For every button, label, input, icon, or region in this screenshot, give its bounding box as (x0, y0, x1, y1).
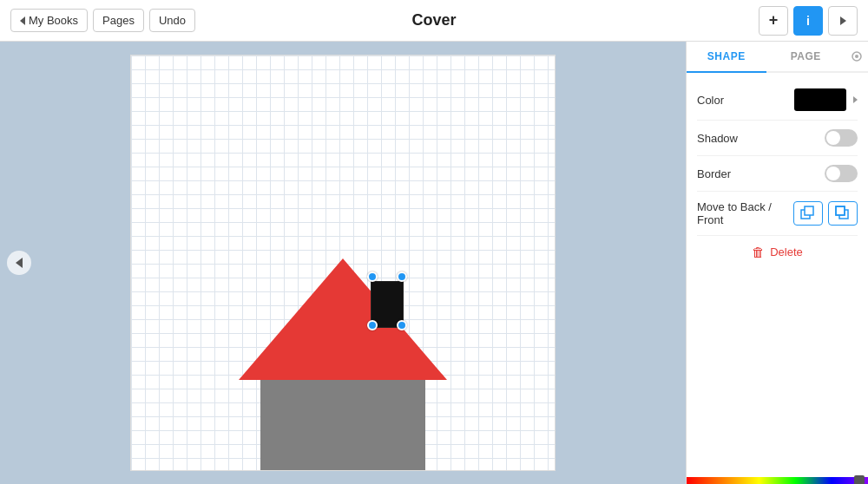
tab-page[interactable]: PAGE (766, 42, 846, 71)
page-title: Cover (411, 11, 456, 29)
info-icon: i (806, 14, 810, 28)
svg-point-2 (855, 55, 858, 58)
main-area: SHAPE PAGE Color Shadow (0, 42, 868, 484)
shadow-label: Shadow (697, 132, 738, 145)
panel-properties: Color Shadow Border Move to Back / Front (687, 73, 868, 477)
move-front-icon (835, 206, 851, 221)
pages-button[interactable]: Pages (93, 9, 144, 32)
selection-handle-tr[interactable] (397, 271, 407, 282)
svg-marker-0 (239, 258, 447, 380)
right-panel: SHAPE PAGE Color Shadow (686, 42, 868, 484)
color-spectrum-bar[interactable] (687, 477, 868, 484)
border-toggle[interactable] (825, 165, 858, 182)
panel-tabs: SHAPE PAGE (687, 42, 868, 73)
topbar-right-controls: + i (759, 6, 858, 36)
shadow-toggle[interactable] (825, 129, 858, 147)
svg-rect-6 (836, 206, 845, 215)
color-swatch[interactable] (794, 88, 846, 111)
my-books-label: My Books (29, 14, 78, 27)
color-arrow-icon (853, 96, 858, 103)
svg-rect-4 (805, 206, 813, 215)
pin-icon (851, 50, 863, 62)
arrow-right-icon (840, 16, 846, 25)
move-to-front-button[interactable] (828, 201, 858, 226)
move-label: Move to Back / Front (697, 200, 793, 226)
topbar: My Books Pages Undo Cover + i (0, 0, 868, 42)
prev-page-button[interactable] (7, 251, 31, 275)
chevron-left-icon (20, 16, 25, 25)
roof-shape[interactable] (239, 258, 447, 380)
my-books-button[interactable]: My Books (10, 9, 88, 32)
undo-label: Undo (159, 14, 186, 27)
move-to-back-button[interactable] (793, 201, 823, 226)
selection-handle-tl[interactable] (367, 271, 378, 282)
color-label: Color (697, 94, 724, 107)
color-control[interactable] (794, 88, 858, 111)
move-property-row: Move to Back / Front (697, 192, 858, 236)
delete-label: Delete (770, 245, 803, 258)
undo-button[interactable]: Undo (149, 9, 195, 32)
canvas-area (0, 42, 686, 484)
topbar-left-controls: My Books Pages Undo (10, 9, 195, 32)
border-label: Border (697, 167, 731, 180)
border-property-row: Border (697, 156, 858, 192)
move-buttons (793, 201, 858, 226)
plus-icon: + (769, 11, 779, 29)
selection-handle-br[interactable] (397, 320, 407, 330)
color-property-row: Color (697, 80, 858, 121)
shadow-property-row: Shadow (697, 121, 858, 156)
add-button[interactable]: + (759, 6, 788, 36)
tab-shape[interactable]: SHAPE (687, 42, 766, 73)
pages-label: Pages (102, 14, 135, 27)
move-back-icon (800, 206, 816, 221)
info-button[interactable]: i (793, 6, 823, 36)
page-canvas[interactable] (130, 55, 556, 471)
pin-button[interactable] (845, 42, 868, 71)
spectrum-handle[interactable] (854, 475, 865, 484)
house-body-shape[interactable] (260, 379, 425, 470)
next-button[interactable] (828, 6, 858, 36)
delete-icon: 🗑 (752, 245, 765, 259)
delete-row[interactable]: 🗑 Delete (697, 236, 858, 268)
selection-handle-bl[interactable] (367, 320, 378, 330)
